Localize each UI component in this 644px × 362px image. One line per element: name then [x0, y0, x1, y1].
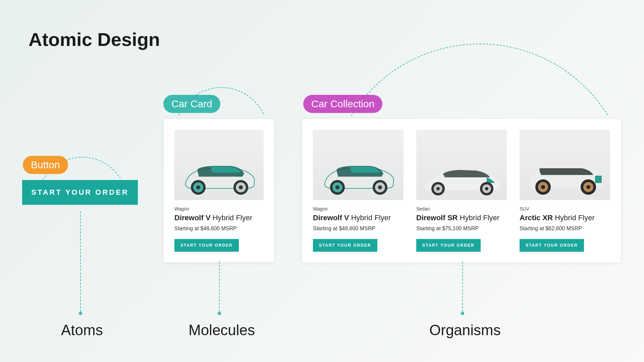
svg-point-5	[239, 185, 243, 189]
connector-line	[219, 261, 220, 312]
pill-button: Button	[23, 156, 68, 174]
car-name: Direwolf V Hybrid Flyer	[313, 214, 404, 222]
car-type: Sedan	[416, 206, 507, 212]
car-price: Starting at $75,100 MSRP	[416, 226, 507, 232]
car-name: Direwolf V Hybrid Flyer	[174, 214, 264, 222]
svg-point-2	[196, 185, 200, 189]
car-illustration-sedan	[420, 163, 503, 197]
svg-point-21	[541, 185, 545, 189]
page-title: Atomic Design	[29, 28, 160, 50]
car-illustration-wagon	[179, 160, 259, 197]
car-type: Wagon	[174, 206, 264, 212]
start-order-button[interactable]: START YOUR ORDER	[174, 239, 239, 252]
car-card: Wagon Direwolf V Hybrid Flyer Starting a…	[313, 130, 404, 252]
connector-dot	[461, 312, 464, 315]
car-image	[520, 130, 610, 200]
car-name: Direwolf SR Hybrid Flyer	[416, 214, 507, 222]
svg-rect-18	[595, 176, 602, 183]
car-card: SUV Arctic XR Hybrid Flyer Starting at $…	[520, 130, 610, 252]
section-label-molecules: Molecules	[189, 322, 255, 339]
pill-card: Car Card	[163, 95, 220, 113]
svg-point-17	[485, 187, 488, 190]
connector-line	[80, 211, 81, 312]
car-image	[416, 130, 507, 200]
svg-point-8	[335, 185, 339, 189]
car-illustration-wagon	[318, 160, 398, 197]
car-price: Starting at $48,600 MSRP	[313, 226, 404, 232]
svg-point-11	[378, 185, 382, 189]
car-price: Starting at $62,600 MSRP	[520, 226, 610, 232]
section-label-organisms: Organisms	[429, 322, 501, 339]
car-type: Wagon	[313, 206, 404, 212]
start-order-button[interactable]: START YOUR ORDER	[520, 239, 584, 252]
connector-dot	[79, 312, 82, 315]
start-order-button[interactable]: START YOUR ORDER	[416, 239, 481, 252]
svg-point-14	[436, 187, 440, 190]
car-card-molecule: Wagon Direwolf V Hybrid Flyer Starting a…	[164, 119, 274, 262]
car-price: Starting at $48,600 MSRP	[174, 226, 264, 232]
car-illustration-suv	[523, 158, 607, 197]
start-order-button-atom[interactable]: START YOUR ORDER	[22, 180, 138, 205]
pill-collection: Car Collection	[303, 95, 382, 113]
car-type: SUV	[520, 206, 610, 212]
svg-point-24	[586, 185, 590, 189]
connector-dot	[218, 312, 221, 315]
car-image	[313, 130, 404, 200]
car-image	[174, 130, 264, 200]
car-card: Sedan Direwolf SR Hybrid Flyer Starting …	[416, 130, 507, 252]
start-order-button[interactable]: START YOUR ORDER	[313, 239, 377, 252]
section-label-atoms: Atoms	[61, 322, 103, 339]
connector-line	[462, 261, 463, 312]
car-name: Arctic XR Hybrid Flyer	[520, 214, 610, 222]
car-collection-organism: Wagon Direwolf V Hybrid Flyer Starting a…	[302, 119, 621, 262]
